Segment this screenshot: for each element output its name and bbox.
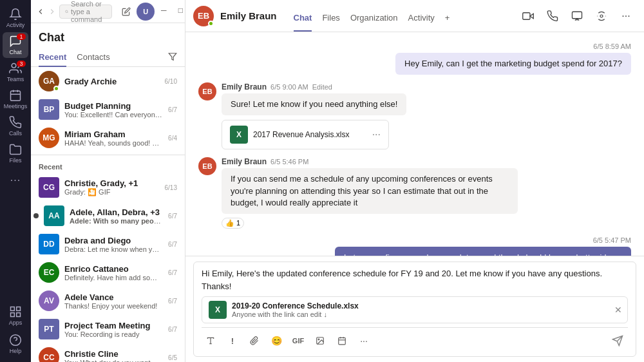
message-avatar: EB <box>198 82 216 100</box>
avatar: MG <box>39 128 59 148</box>
video-call-button[interactable] <box>518 6 538 26</box>
avatar: AV <box>39 291 59 311</box>
tab-activity[interactable]: Activity <box>408 13 435 32</box>
attachment-subtitle: Anyone with the link can edit ↓ <box>232 310 359 318</box>
chat-header: EB Emily Braun Chat Files Organization A… <box>185 0 644 32</box>
message-group-4: 6/5 5:47 PM Let me confirm a couple more… <box>198 236 631 256</box>
chat-badge: 1 <box>17 33 26 40</box>
xlsx-icon: X <box>230 126 248 144</box>
chat-list-panel: Search or type a command U ─ □ ✕ Chat Re… <box>31 0 185 362</box>
attachment-xlsx-icon: X <box>209 301 227 319</box>
audio-call-button[interactable] <box>542 6 563 26</box>
back-button[interactable] <box>36 3 45 21</box>
message-time: 6/5 9:00 AM <box>270 83 308 91</box>
section-recent-label: Recent <box>31 158 185 173</box>
sidebar-item-help[interactable]: Help <box>3 331 28 357</box>
tab-chat[interactable]: Chat <box>294 13 312 32</box>
urgent-button[interactable]: ! <box>223 332 242 350</box>
attachment-close-button[interactable]: ✕ <box>614 305 622 315</box>
chat-item-adele-allan[interactable]: AA Adele, Allan, Debra, +3 Adele: With s… <box>31 202 185 230</box>
emoji-button[interactable]: 😊 <box>267 332 285 350</box>
chat-item-debra-diego[interactable]: DD Debra and Diego Debra: Let me know wh… <box>31 230 185 258</box>
teams-badge: 3 <box>17 61 26 67</box>
svg-point-0 <box>12 64 16 68</box>
compose-text[interactable]: Hi Emily, Here's the updated conference … <box>202 267 628 292</box>
sidebar-item-files[interactable]: Files <box>3 140 28 166</box>
attachment-name: 2019-20 Conference Schedule.xlsx <box>232 301 359 310</box>
avatar: CC <box>39 347 59 362</box>
send-button[interactable] <box>607 330 628 351</box>
svg-rect-16 <box>573 12 582 19</box>
svg-rect-7 <box>17 313 21 317</box>
screen-share-button[interactable] <box>567 6 587 26</box>
chat-list-body: GA Grady Archie 6/10 BP Budget Planning … <box>31 67 185 362</box>
tab-files[interactable]: Files <box>322 13 339 32</box>
message-bubble: Let me confirm a couple more dates, and … <box>335 247 631 256</box>
filter-icon[interactable] <box>168 52 177 63</box>
chat-list-tabs: Recent Contacts <box>31 48 185 67</box>
main-chat-area: EB Emily Braun Chat Files Organization A… <box>185 0 644 362</box>
chat-item-budget-planning[interactable]: BP Budget Planning You: Excellent!! Can … <box>31 95 185 124</box>
sticker-button[interactable] <box>311 332 329 350</box>
avatar: AA <box>44 205 64 226</box>
user-avatar[interactable]: U <box>137 3 155 21</box>
chat-item-project-team[interactable]: PT Project Team Meeting You: Recording i… <box>31 315 185 343</box>
schedule-button[interactable] <box>333 332 351 350</box>
sidebar-item-chat[interactable]: Chat 1 <box>3 32 28 58</box>
message-time: 6/5 5:47 PM <box>593 236 631 244</box>
file-more-button[interactable]: ··· <box>372 129 381 140</box>
avatar: CG <box>39 177 59 198</box>
message-bubble: Sure! Let me know if you need anything e… <box>222 93 406 115</box>
edited-label: Edited <box>312 83 332 91</box>
minimize-button[interactable]: ─ <box>156 3 171 18</box>
chat-item-christie-cline[interactable]: CC Christie Cline You: What day do you w… <box>31 343 185 362</box>
format-button[interactable] <box>202 332 220 350</box>
messages-area: 6/5 8:59 AM Hey Emily, can I get the mar… <box>185 32 644 256</box>
svg-point-11 <box>66 10 68 12</box>
search-bar[interactable]: Search or type a command <box>59 5 112 19</box>
settings-button[interactable] <box>591 6 612 26</box>
compose-attachment: X 2019-20 Conference Schedule.xlsx Anyon… <box>202 296 628 323</box>
svg-rect-23 <box>339 338 346 345</box>
avatar: EC <box>39 262 59 283</box>
tab-recent[interactable]: Recent <box>39 48 66 67</box>
chat-item-enrico-cattaneo[interactable]: EC Enrico Cattaneo Definitely. Have him … <box>31 258 185 287</box>
svg-marker-13 <box>169 53 176 60</box>
more-toolbar-button[interactable]: ··· <box>355 332 373 350</box>
tab-add[interactable]: + <box>445 13 450 32</box>
sidebar-item-calls[interactable]: Calls <box>3 113 28 139</box>
chat-item-adele-vance[interactable]: AV Adele Vance Thanks! Enjoy your weeken… <box>31 287 185 315</box>
sidebar-item-meetings[interactable]: Meetings <box>3 86 28 112</box>
unread-indicator <box>33 213 39 218</box>
svg-point-9 <box>10 335 21 346</box>
sidebar-item-more[interactable]: ··· <box>3 167 28 193</box>
edit-icon[interactable] <box>117 3 135 21</box>
more-button[interactable]: ··· <box>616 6 636 26</box>
sidebar-item-apps[interactable]: Apps <box>3 303 28 329</box>
message-sender: Emily Braun <box>222 82 267 91</box>
file-attachment-xlsx[interactable]: X 2017 Revenue Analysis.xlsx ··· <box>222 120 389 149</box>
tab-organization[interactable]: Organization <box>350 13 398 32</box>
chat-item-christie-grady[interactable]: CG Christie, Grady, +1 Grady: 🎦 GIF 6/13 <box>31 173 185 202</box>
forward-button[interactable] <box>48 3 57 21</box>
gif-button[interactable]: GIF <box>289 332 307 350</box>
message-bubble: Hey Emily, can I get the marketing budge… <box>395 53 631 75</box>
reaction-badge[interactable]: 👍 1 <box>222 218 244 229</box>
svg-rect-1 <box>11 91 21 100</box>
message-avatar: EB <box>198 157 216 175</box>
sidebar-item-activity[interactable]: Activity <box>3 5 28 31</box>
svg-line-12 <box>67 12 68 12</box>
message-bubble: If you can send me a schedule of any upc… <box>222 168 518 214</box>
contact-name: Emily Braun <box>220 10 277 21</box>
chat-item-grady-archie[interactable]: GA Grady Archie 6/10 <box>31 67 185 95</box>
svg-point-18 <box>600 15 603 17</box>
attach-button[interactable] <box>245 332 263 350</box>
svg-rect-8 <box>11 313 15 317</box>
chat-title: Chat <box>39 31 64 44</box>
chat-item-miriam-graham[interactable]: MG Miriam Graham HAHA! Yeah, sounds good… <box>31 124 185 152</box>
avatar: PT <box>39 319 59 339</box>
tab-contacts[interactable]: Contacts <box>77 48 109 67</box>
sidebar-item-teams[interactable]: Teams 3 <box>3 59 28 85</box>
message-time: 6/5 8:59 AM <box>593 43 631 50</box>
avatar: GA <box>39 71 59 91</box>
